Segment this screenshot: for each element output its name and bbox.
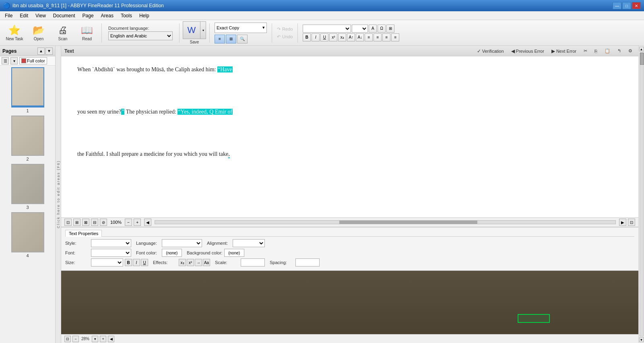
- settings-button[interactable]: ⚙: [625, 47, 635, 55]
- special-char-button[interactable]: Ω: [378, 25, 386, 33]
- text-font-select[interactable]: [91, 249, 131, 257]
- style-select[interactable]: [91, 239, 131, 247]
- zoom-tool-2[interactable]: ⊠: [82, 219, 89, 226]
- view-select-button[interactable]: ▾: [10, 57, 18, 64]
- size-select[interactable]: [91, 258, 123, 267]
- bottom-zoom-scroll-left[interactable]: ◀: [108, 336, 114, 342]
- font-size-select[interactable]: [352, 25, 368, 33]
- page-num-3: 3: [26, 205, 29, 210]
- menu-edit[interactable]: Edit: [17, 12, 31, 19]
- zoom-tool-1[interactable]: ⊞: [73, 219, 80, 226]
- save-icon: W: [188, 25, 196, 35]
- menu-view[interactable]: View: [32, 12, 49, 19]
- maximize-button[interactable]: □: [622, 2, 631, 9]
- page-thumb-3[interactable]: 3: [2, 164, 54, 210]
- bg-color-swatch[interactable]: (none): [224, 249, 244, 257]
- font-name-select[interactable]: [303, 25, 351, 33]
- scroll-right-button[interactable]: ▶: [619, 219, 626, 226]
- menu-page[interactable]: Page: [79, 12, 97, 19]
- redo-button[interactable]: ↷ Redo: [275, 26, 294, 33]
- format-dropdown[interactable]: Exact Copy ▾: [215, 23, 267, 33]
- page-thumb-1[interactable]: 1: [2, 67, 54, 113]
- separator-4: [272, 23, 272, 43]
- undo-button[interactable]: ↶ Undo: [275, 33, 294, 40]
- format-icon-image[interactable]: 🔍: [237, 35, 248, 43]
- size-down-button[interactable]: A↓: [356, 33, 364, 41]
- format-icon-table[interactable]: ⊞: [226, 35, 236, 43]
- copy-button[interactable]: ⎘: [592, 48, 600, 55]
- scroll-track[interactable]: [640, 52, 644, 337]
- another-btn[interactable]: ⊞: [386, 25, 394, 33]
- menu-areas[interactable]: Areas: [98, 12, 117, 19]
- pages-up-button[interactable]: ▲: [37, 48, 45, 55]
- strikethrough-prop-btn[interactable]: →: [195, 259, 202, 266]
- spacing-input[interactable]: [295, 258, 320, 267]
- new-task-button[interactable]: ⭐ New Task: [3, 22, 26, 44]
- text-area[interactable]: When `Abdīshū` was brought to Mūsā, the …: [61, 56, 638, 217]
- align-center-button[interactable]: ≡: [374, 33, 382, 41]
- scan-button[interactable]: 🖨 Scan: [52, 22, 74, 44]
- save-button[interactable]: W: [183, 21, 200, 39]
- underline-prop-button[interactable]: U: [141, 259, 148, 266]
- collapse-handle[interactable]: Click here to edit areas (F6): [56, 46, 61, 343]
- menu-document[interactable]: Document: [50, 12, 78, 19]
- justify-button[interactable]: ≡: [391, 33, 399, 41]
- page-thumb-2[interactable]: 2: [2, 116, 54, 161]
- size-up-button[interactable]: A↑: [347, 33, 355, 41]
- paste-button[interactable]: 📋: [602, 47, 613, 55]
- zoom-increase-button[interactable]: +: [134, 219, 141, 226]
- menu-help[interactable]: Help: [136, 12, 153, 19]
- italic-prop-button[interactable]: I: [133, 259, 140, 266]
- view-toggle-button[interactable]: ☰: [2, 57, 9, 64]
- save-dropdown-button[interactable]: ▾: [200, 21, 206, 39]
- bold-prop-button[interactable]: B: [125, 259, 132, 266]
- bottom-zoom-increase-button[interactable]: +: [100, 336, 106, 342]
- zoom-tools: ◀: [144, 219, 151, 226]
- italic-button[interactable]: I: [312, 33, 320, 41]
- rtl-button[interactable]: ↰: [615, 47, 624, 55]
- menu-file[interactable]: File: [2, 12, 16, 19]
- subscript-prop-btn[interactable]: x₂: [179, 259, 186, 266]
- bold-button[interactable]: B: [303, 33, 311, 41]
- smallcaps-prop-btn[interactable]: Aa: [203, 259, 210, 266]
- menu-tools[interactable]: Tools: [118, 12, 135, 19]
- next-error-button[interactable]: ▶ Next Error: [549, 47, 579, 55]
- zoom-reset-button[interactable]: ⊘: [100, 219, 107, 226]
- color-dropdown[interactable]: Full color: [19, 57, 47, 64]
- align-right-button[interactable]: ≡: [382, 33, 390, 41]
- zoom-decrease-button[interactable]: −: [125, 219, 132, 226]
- underline-button[interactable]: U: [320, 33, 328, 41]
- scale-input[interactable]: [241, 258, 265, 267]
- minimize-button[interactable]: —: [613, 2, 621, 9]
- font-color-button[interactable]: A: [369, 25, 377, 33]
- superscript-prop-btn[interactable]: x²: [187, 259, 194, 266]
- zoom-fit-page-button[interactable]: ⊡: [628, 219, 635, 226]
- pages-down-button[interactable]: ▼: [45, 48, 53, 55]
- zoom-tool-3[interactable]: ⊟: [91, 219, 98, 226]
- bottom-zoom-decrease-button[interactable]: −: [72, 336, 79, 342]
- scroll-left-button[interactable]: ◀: [144, 219, 151, 226]
- verification-button[interactable]: ✓ Verification: [474, 47, 507, 55]
- font-color-label: Font color:: [136, 250, 160, 255]
- font-color-swatch[interactable]: (none): [162, 249, 182, 257]
- text-properties-tab[interactable]: Text Properties: [65, 230, 102, 237]
- text-language-select[interactable]: [162, 239, 202, 247]
- bottom-zoom-dropdown[interactable]: ▾: [92, 336, 98, 342]
- subscript-button[interactable]: x₂: [338, 33, 346, 41]
- page-thumb-4[interactable]: 4: [2, 212, 54, 258]
- zoom-fit-button[interactable]: ⊡: [64, 219, 72, 226]
- align-left-button[interactable]: ≡: [365, 33, 373, 41]
- bottom-zoom-fit-button[interactable]: ⊡: [64, 336, 71, 342]
- scroll-down-arrow[interactable]: ▼: [639, 337, 644, 342]
- read-button[interactable]: 📖 Read: [76, 22, 98, 44]
- horizontal-scrollbar[interactable]: [155, 220, 616, 224]
- format-icon-text[interactable]: ≡: [215, 35, 225, 43]
- close-button[interactable]: ✕: [632, 2, 641, 9]
- language-select[interactable]: English and Arabic: [108, 31, 173, 40]
- prev-error-button[interactable]: ◀ Previous Error: [508, 47, 547, 55]
- superscript-button[interactable]: x²: [329, 33, 337, 41]
- open-button[interactable]: 📂 Open: [27, 22, 50, 44]
- alignment-select[interactable]: [233, 239, 265, 247]
- scroll-up-arrow[interactable]: ▲: [639, 47, 644, 52]
- cut-button[interactable]: ✂: [581, 47, 590, 55]
